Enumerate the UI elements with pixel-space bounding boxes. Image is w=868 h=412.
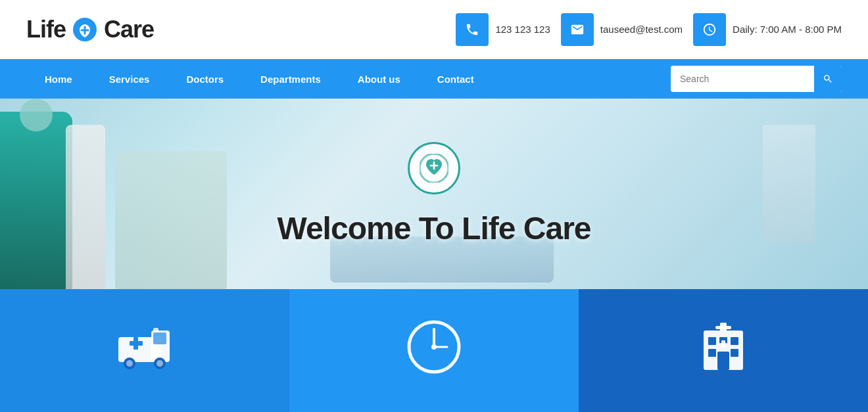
- phone-icon: [465, 22, 479, 37]
- search-box: [671, 66, 842, 92]
- search-icon: [823, 74, 833, 84]
- nav-item-doctors[interactable]: Doctors: [168, 59, 242, 99]
- nav-item-about[interactable]: About us: [339, 59, 419, 99]
- nav-item-services[interactable]: Services: [91, 59, 168, 99]
- phone-number: 123 123 123: [495, 24, 550, 35]
- svg-point-14: [157, 360, 163, 367]
- svg-rect-10: [133, 337, 138, 350]
- svg-rect-28: [717, 352, 729, 370]
- hours-contact: Daily: 7:00 AM - 8:00 PM: [693, 13, 842, 46]
- nav-item-home[interactable]: Home: [26, 59, 91, 99]
- hero-figure-green: [0, 112, 72, 289]
- bottom-cards: [0, 289, 868, 412]
- hero-figure-white: [66, 125, 105, 289]
- hero-badge: [408, 142, 460, 195]
- hospital-svg: [694, 317, 753, 377]
- nav-links: Home Services Doctors Departments About …: [26, 59, 671, 99]
- hero-equipment-right: [763, 125, 815, 243]
- svg-point-12: [126, 360, 133, 367]
- hero-content: Welcome To Life Care: [277, 142, 591, 246]
- clock-icon: [702, 22, 717, 37]
- email-contact: tauseed@test.com: [561, 13, 683, 46]
- hours-card-icon: [404, 317, 464, 384]
- search-button[interactable]: [814, 66, 842, 92]
- logo-icon: [73, 18, 97, 41]
- search-input[interactable]: [671, 66, 814, 92]
- top-header: Life Care 123 123 123: [0, 0, 868, 59]
- navbar: Home Services Doctors Departments About …: [0, 59, 868, 99]
- hero-cabinet: [115, 151, 227, 289]
- ambulance-icon: [115, 317, 174, 384]
- logo-text: Life Care: [26, 16, 154, 43]
- svg-rect-30: [719, 343, 727, 346]
- hospital-card-icon: [694, 317, 753, 384]
- logo: Life Care: [26, 16, 154, 43]
- ambulance-card[interactable]: [0, 289, 289, 412]
- svg-rect-27: [731, 349, 738, 357]
- email-icon-box: [561, 13, 594, 46]
- email-address: tauseed@test.com: [600, 24, 683, 35]
- phone-contact: 123 123 123: [456, 13, 550, 46]
- phone-icon-box: [456, 13, 489, 46]
- hero-section: Welcome To Life Care: [0, 99, 868, 289]
- ambulance-svg: [115, 317, 174, 377]
- svg-rect-22: [715, 326, 731, 329]
- nav-item-departments[interactable]: Departments: [242, 59, 339, 99]
- svg-rect-15: [153, 328, 158, 332]
- hero-figure-head: [20, 99, 53, 131]
- hospital-card[interactable]: [579, 289, 868, 412]
- svg-rect-25: [731, 337, 738, 345]
- svg-rect-26: [708, 349, 716, 357]
- hours-text: Daily: 7:00 AM - 8:00 PM: [733, 24, 842, 35]
- hours-clock-svg: [404, 317, 464, 377]
- email-icon: [570, 22, 585, 37]
- svg-rect-23: [708, 337, 716, 345]
- hero-title: Welcome To Life Care: [277, 210, 591, 246]
- hours-icon-box: [693, 13, 726, 46]
- hours-card[interactable]: [289, 289, 579, 412]
- contact-items: 123 123 123 tauseed@test.com Daily: 7:00…: [456, 13, 842, 46]
- svg-rect-8: [153, 332, 166, 344]
- hero-heart-icon: [420, 154, 448, 183]
- nav-item-contact[interactable]: Contact: [419, 59, 493, 99]
